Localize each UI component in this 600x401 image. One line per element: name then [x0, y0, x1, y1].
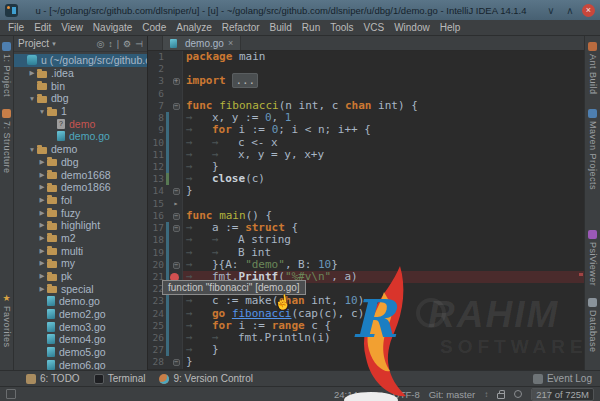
line-number[interactable]: 24 [148, 308, 166, 320]
menu-view[interactable]: View [56, 22, 88, 33]
code-line-9[interactable]: 9→for i := 0; i < n; i++ { [148, 124, 584, 136]
menu-navigate[interactable]: Navigate [88, 22, 137, 33]
tree-item-demo2-go[interactable]: demo2.go [14, 308, 147, 321]
tool-button-psiviewer[interactable]: PsiViewer [588, 230, 598, 286]
tree-item-u-golang-src-github-com[interactable]: u (~/golang/src/github.com [14, 54, 147, 67]
maximize-icon[interactable]: ∧ [563, 4, 577, 17]
line-number[interactable]: 27 [148, 344, 166, 356]
caret-position[interactable]: 24:14 [334, 389, 358, 400]
tool-window-button-event-log[interactable]: Event Log [533, 373, 592, 384]
line-number[interactable]: 3 [148, 75, 166, 87]
tree-item-fuzy[interactable]: ▶fuzy [14, 206, 147, 219]
fold-box-icon[interactable]: + [173, 78, 180, 85]
menu-build[interactable]: Build [265, 22, 297, 33]
fold-box-icon[interactable]: − [173, 359, 180, 366]
menu-vcs[interactable]: VCS [359, 22, 390, 33]
code-line-28[interactable]: 28−} [148, 356, 584, 368]
line-number[interactable]: 20 [148, 259, 166, 271]
chevron-right-icon[interactable]: ▶ [37, 259, 47, 267]
code-text[interactable]: →close(c) [183, 173, 584, 185]
hector-inspections-icon[interactable] [514, 390, 522, 398]
chevron-down-icon[interactable]: ▼ [37, 108, 47, 115]
file-encoding[interactable]: UTF-8 [393, 389, 420, 400]
fold-marker-icon[interactable]: − [170, 259, 183, 271]
code-text[interactable]: →→fmt.Println(i) [183, 332, 584, 344]
tool-button-favorites[interactable]: ★Favorites [2, 294, 12, 348]
minimize-icon[interactable]: ∨ [544, 4, 558, 17]
line-number[interactable]: 18 [148, 234, 166, 246]
code-text[interactable]: →} [183, 344, 584, 356]
chevron-right-icon[interactable]: ▶ [37, 171, 47, 179]
fold-box-icon[interactable]: − [173, 262, 180, 269]
tree-item-dbg[interactable]: ▶dbg [14, 156, 147, 169]
vcs-update-icon[interactable]: ↕ [484, 390, 488, 399]
settings-gear-icon[interactable]: ⚙ [123, 39, 131, 49]
tree-item-my[interactable]: ▶my [14, 257, 147, 270]
line-number[interactable]: 15 [148, 198, 166, 210]
chevron-right-icon[interactable]: ▶ [37, 196, 47, 204]
chevron-down-icon[interactable]: ▼ [27, 95, 37, 102]
tool-button-maven-projects[interactable]: Maven Projects [588, 109, 598, 190]
tree-item-demo6-go[interactable]: demo6.go [14, 359, 147, 371]
tree-item-demo[interactable]: ?demo [14, 117, 147, 130]
git-branch[interactable]: Git: master [429, 389, 475, 400]
fold-marker-icon[interactable]: ▸ [170, 198, 183, 210]
tab-close-icon[interactable]: × [228, 38, 233, 48]
tree-item-dbg[interactable]: ▼dbg [14, 92, 147, 105]
tool-window-button-6-todo[interactable]: 6: TODO [26, 373, 80, 384]
hide-panel-icon[interactable]: ⊣ [135, 39, 143, 49]
menu-help[interactable]: Help [435, 22, 466, 33]
tree-item-demo3-go[interactable]: demo3.go [14, 320, 147, 333]
code-text[interactable]: } [183, 356, 584, 368]
line-number[interactable]: 12 [148, 161, 166, 173]
tool-window-button-9-version-control[interactable]: 9: Version Control [159, 373, 253, 384]
menu-tools[interactable]: Tools [325, 22, 358, 33]
code-line-3[interactable]: 3+import ... [148, 75, 584, 87]
tree-item-demo-go[interactable]: demo.go [14, 295, 147, 308]
line-number[interactable]: 1 [148, 51, 166, 63]
chevron-right-icon[interactable]: ▶ [37, 234, 47, 242]
lock-icon[interactable] [497, 393, 505, 399]
code-text[interactable]: package main [183, 51, 584, 63]
tree-item-demo[interactable]: ▼demo [14, 143, 147, 156]
menu-refactor[interactable]: Refactor [217, 22, 265, 33]
fold-marker-icon[interactable]: − [170, 185, 183, 197]
code-editor[interactable]: 1package main23+import ...67−func fibona… [148, 51, 584, 370]
menu-edit[interactable]: Edit [29, 22, 56, 33]
fold-marker-icon[interactable]: − [170, 100, 183, 112]
code-line-13[interactable]: 13→close(c) [148, 173, 584, 185]
code-line-27[interactable]: 27→} [148, 344, 584, 356]
chevron-down-icon[interactable]: ▾ [52, 40, 56, 48]
fold-box-icon[interactable]: − [173, 225, 180, 232]
tree-item-demo5-go[interactable]: demo5.go [14, 346, 147, 359]
chevron-right-icon[interactable]: ▶ [37, 158, 47, 166]
line-number[interactable]: 2 [148, 63, 166, 75]
line-number[interactable]: 10 [148, 137, 166, 149]
close-icon[interactable]: × [582, 4, 595, 17]
fold-box-icon[interactable]: − [173, 188, 180, 195]
menu-window[interactable]: Window [389, 22, 435, 33]
code-line-14[interactable]: 14−} [148, 185, 584, 197]
line-number[interactable]: 9 [148, 124, 166, 136]
tree-item-demo4-go[interactable]: demo4.go [14, 333, 147, 346]
code-line-18[interactable]: 18→→A string [148, 234, 584, 246]
tool-button-1-project[interactable]: 1: Project [2, 42, 12, 97]
tree-item-fol[interactable]: ▶fol [14, 194, 147, 207]
code-text[interactable]: import ... [183, 75, 584, 87]
tree-item-pk[interactable]: ▶pk [14, 270, 147, 283]
tool-window-button-terminal[interactable]: Terminal [94, 373, 146, 384]
line-number[interactable]: 28 [148, 356, 166, 368]
fold-marker-icon[interactable]: − [170, 222, 183, 234]
chevron-right-icon[interactable]: ▶ [37, 209, 47, 217]
fold-box-icon[interactable]: − [173, 103, 180, 110]
chevron-right-icon[interactable]: ▶ [37, 285, 47, 293]
tool-button-7-structure[interactable]: 7: Structure [2, 109, 12, 174]
tree-item-idea[interactable]: ▶.idea [14, 67, 147, 80]
code-line-1[interactable]: 1package main [148, 51, 584, 63]
line-number[interactable]: 8 [148, 112, 166, 124]
menu-run[interactable]: Run [297, 22, 325, 33]
tree-item-m2[interactable]: ▶m2 [14, 232, 147, 245]
tool-button-database[interactable]: Database [588, 298, 598, 353]
line-number[interactable]: 23 [148, 295, 166, 307]
tree-item-special[interactable]: ▶special [14, 282, 147, 295]
